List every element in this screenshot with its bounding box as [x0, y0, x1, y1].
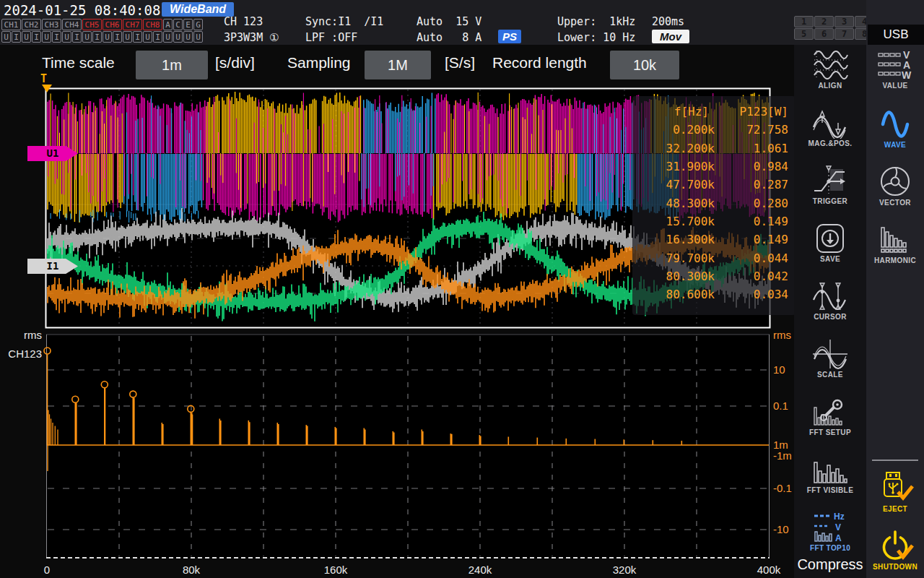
- channel-box-ch7: CH7: [123, 19, 142, 30]
- coupling-box-18: U: [183, 31, 193, 43]
- sidebar-item-eject[interactable]: EJECT: [866, 471, 924, 513]
- channel-box-ch3: CH3: [42, 19, 61, 30]
- page-button-6[interactable]: 6: [814, 28, 834, 40]
- sidebar-item-fft-setup[interactable]: FFT SETUP: [794, 396, 866, 436]
- fft-left-unit: rms: [0, 329, 42, 341]
- top10-col1-header: f[Hz]: [632, 105, 715, 118]
- fft-visible-icon: [811, 454, 849, 486]
- align-icon: [811, 49, 849, 81]
- coupling-box-6: U: [62, 31, 71, 43]
- sidebar-item-fft-top10[interactable]: Hz V A FFT TOP10: [794, 512, 866, 552]
- top10-row-7: 79.700k0.044: [632, 249, 796, 267]
- top10-row-1: 32.200k1.061: [632, 139, 796, 158]
- wave-icon: [876, 107, 914, 140]
- cursor-icon: [811, 280, 849, 312]
- update-interval: 200ms: [652, 15, 684, 28]
- coupling-box-7: I: [72, 31, 82, 43]
- channel-box-c: C: [173, 19, 183, 30]
- coupling-box-1: I: [12, 31, 21, 43]
- sidebar-item-wave[interactable]: WAVE: [866, 107, 924, 149]
- channel-group: CH 123: [224, 15, 263, 28]
- top10-freq: 31.900k: [632, 160, 715, 173]
- top10-power: 0.149: [715, 233, 796, 246]
- coupling-box-14: U: [143, 31, 152, 43]
- fft-top10-table: f[Hz]P123[W]0.200k72.75832.200k1.06131.9…: [632, 96, 796, 315]
- sidebar-divider: [872, 460, 918, 461]
- mov-badge: Mov: [652, 30, 689, 43]
- harmonic-icon: [876, 223, 914, 256]
- wideband-badge: WideBand: [162, 2, 234, 17]
- coupling-box-15: I: [153, 31, 162, 43]
- sidebar-item-value[interactable]: V A W VALUE: [866, 49, 924, 90]
- page-button-5[interactable]: 5: [794, 28, 814, 40]
- page-button-3[interactable]: 3: [834, 16, 854, 27]
- wiring-mode: 3P3W3M: [224, 31, 263, 44]
- top10-row-5: 15.700k0.149: [632, 212, 796, 230]
- sidebar-item-scale[interactable]: SCALE: [794, 338, 866, 379]
- top10-power: 0.984: [715, 160, 796, 173]
- sidebar-outer-column: V A W VALUE WAVE VECTOR: [866, 0, 924, 578]
- top10-row-8: 80.300k0.042: [632, 267, 796, 285]
- sidebar-item-mag-pos[interactable]: MAG.&POS.: [794, 107, 866, 147]
- voltage-range: Auto 15 V: [417, 15, 481, 28]
- sidebar-inner-column: ALIGN MAG.&POS. TRIGGER: [794, 45, 866, 578]
- channel-indicator-grid: CH1CH2CH3CH4CH5CH6CH7CH8ACEGUIUIUIUIUIUI…: [1, 19, 203, 43]
- channel-box-a: A: [163, 19, 173, 30]
- sidebar-item-align[interactable]: ALIGN: [794, 49, 866, 90]
- sidebar-item-harmonic[interactable]: HARMONIC: [866, 223, 924, 264]
- coupling-box-9: I: [92, 31, 102, 43]
- eject-usb-icon: [876, 471, 914, 504]
- top10-row-9: 80.600k0.034: [632, 285, 796, 303]
- trigger-icon: [811, 165, 849, 197]
- page-button-1[interactable]: 1: [794, 16, 814, 27]
- top10-power: 0.280: [715, 197, 796, 210]
- sidebar-item-cursor[interactable]: CURSOR: [794, 280, 866, 321]
- top10-power: 0.034: [715, 288, 796, 301]
- svg-text:W: W: [902, 69, 912, 81]
- top10-row-3: 47.700k0.287: [632, 176, 796, 194]
- sidebar-item-trigger[interactable]: TRIGGER: [794, 165, 866, 205]
- sidebar-item-shutdown[interactable]: SHUTDOWN: [866, 529, 924, 571]
- trigger-marker-label[interactable]: T: [40, 72, 47, 85]
- channel-box-ch1: CH1: [1, 19, 21, 30]
- channel-box-ch4: CH4: [62, 19, 82, 30]
- coupling-box-4: U: [42, 31, 51, 43]
- coupling-box-8: U: [82, 31, 92, 43]
- coupling-box-2: U: [22, 31, 31, 43]
- fft-x-tick-0: 0: [44, 564, 50, 576]
- coupling-box-0: U: [1, 31, 11, 43]
- fft-x-tick-80k: 80k: [183, 564, 200, 576]
- channel-box-ch2: CH2: [22, 19, 41, 30]
- wiring-page: ①: [269, 31, 279, 44]
- vector-icon: [876, 165, 914, 198]
- status-bar: 2024-01-25 08:40:08 WideBand CH1CH2CH3CH…: [0, 0, 924, 45]
- top10-row-2: 31.900k0.984: [632, 158, 796, 176]
- top10-freq: 0.200k: [632, 123, 715, 137]
- channel-box-ch8: CH8: [143, 19, 162, 30]
- svg-text:Hz: Hz: [834, 512, 845, 522]
- page-button-7[interactable]: 7: [834, 28, 854, 40]
- top10-power: 1.061: [715, 142, 796, 155]
- scale-icon: [811, 338, 849, 370]
- page-button-2[interactable]: 2: [814, 16, 834, 27]
- mag-pos-icon: [811, 107, 849, 139]
- top10-row-6: 16.300k0.149: [632, 230, 796, 249]
- top10-freq: 48.300k: [632, 197, 715, 210]
- channel-box-ch5: CH5: [82, 19, 102, 30]
- upper-freq: Upper: 1kHz: [557, 15, 635, 28]
- channel-box-ch6: CH6: [103, 19, 122, 30]
- sidebar-item-vector[interactable]: VECTOR: [866, 165, 924, 207]
- coupling-box-11: I: [113, 31, 122, 43]
- coupling-box-16: U: [163, 31, 173, 43]
- coupling-box-19: U: [193, 31, 203, 43]
- top10-col2-header: P123[W]: [715, 105, 796, 118]
- coupling-box-12: U: [123, 31, 132, 43]
- fft-x-tick-160k: 160k: [324, 564, 348, 576]
- top10-freq: 15.700k: [632, 215, 715, 228]
- sidebar-item-fft-visible[interactable]: FFT VISIBLE: [794, 454, 866, 494]
- sidebar-item-save[interactable]: SAVE: [794, 223, 866, 263]
- usb-status: USB: [868, 25, 924, 45]
- trigger-marker-icon[interactable]: [42, 85, 52, 92]
- top10-row-4: 48.300k0.280: [632, 194, 796, 212]
- top10-freq: 79.700k: [632, 251, 715, 265]
